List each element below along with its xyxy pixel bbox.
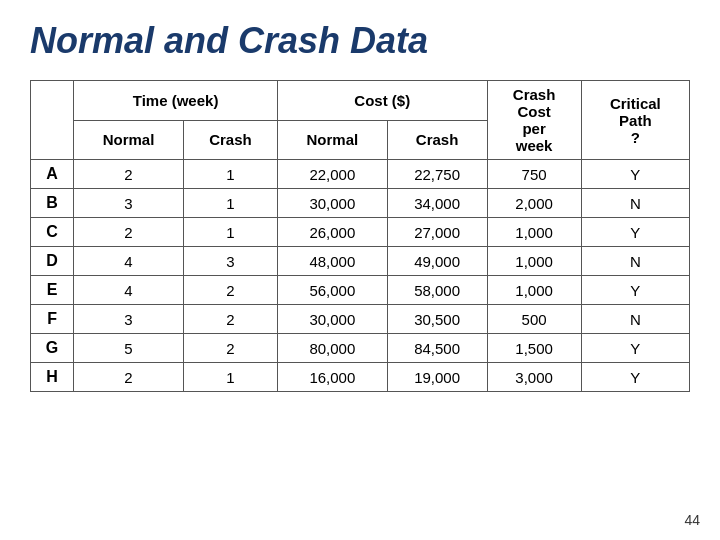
cost-normal: 56,000: [278, 276, 388, 305]
cost-crash: 58,000: [387, 276, 487, 305]
empty-header: [31, 81, 74, 160]
time-crash: 2: [183, 334, 277, 363]
page-title: Normal and Crash Data: [30, 20, 690, 62]
data-table: Time (week) Cost ($) CrashCostperweek Cr…: [30, 80, 690, 392]
crash-cost-per-week: 1,000: [487, 276, 581, 305]
row-id: E: [31, 276, 74, 305]
row-id: F: [31, 305, 74, 334]
critical-path-value: N: [581, 305, 689, 334]
critical-path-value: N: [581, 189, 689, 218]
cost-normal: 22,000: [278, 160, 388, 189]
table-row: B 3 1 30,000 34,000 2,000 N: [31, 189, 690, 218]
time-normal: 2: [74, 160, 184, 189]
page: Normal and Crash Data Time (week) Cost (…: [0, 0, 720, 540]
critical-path-value: Y: [581, 160, 689, 189]
critical-path-header: CriticalPath?: [581, 81, 689, 160]
cost-crash: 84,500: [387, 334, 487, 363]
row-id: C: [31, 218, 74, 247]
table-row: H 2 1 16,000 19,000 3,000 Y: [31, 363, 690, 392]
cost-crash: 34,000: [387, 189, 487, 218]
critical-path-value: Y: [581, 334, 689, 363]
time-normal: 2: [74, 363, 184, 392]
cost-crash: 27,000: [387, 218, 487, 247]
critical-path-value: N: [581, 247, 689, 276]
table-row: D 4 3 48,000 49,000 1,000 N: [31, 247, 690, 276]
crash-cost-per-week: 1,500: [487, 334, 581, 363]
cost-dollar-header: Cost ($): [278, 81, 488, 121]
cost-crash: 22,750: [387, 160, 487, 189]
time-normal: 4: [74, 247, 184, 276]
cost-normal: 30,000: [278, 189, 388, 218]
cost-normal: 80,000: [278, 334, 388, 363]
table-row: C 2 1 26,000 27,000 1,000 Y: [31, 218, 690, 247]
time-crash: 1: [183, 363, 277, 392]
crash-cost-per-week: 2,000: [487, 189, 581, 218]
crash-cost-per-week: 3,000: [487, 363, 581, 392]
row-id: H: [31, 363, 74, 392]
row-id: A: [31, 160, 74, 189]
page-number: 44: [684, 512, 700, 528]
time-crash: 2: [183, 276, 277, 305]
time-normal: 5: [74, 334, 184, 363]
critical-path-value: Y: [581, 363, 689, 392]
row-id: D: [31, 247, 74, 276]
cost-crash: 49,000: [387, 247, 487, 276]
time-crash: 1: [183, 160, 277, 189]
normal-cost-header: Normal: [278, 120, 388, 160]
time-week-header: Time (week): [74, 81, 278, 121]
crash-time-header: Crash: [183, 120, 277, 160]
normal-time-header: Normal: [74, 120, 184, 160]
cost-normal: 26,000: [278, 218, 388, 247]
time-normal: 2: [74, 218, 184, 247]
time-normal: 3: [74, 189, 184, 218]
time-crash: 1: [183, 189, 277, 218]
time-normal: 4: [74, 276, 184, 305]
table-row: E 4 2 56,000 58,000 1,000 Y: [31, 276, 690, 305]
cost-normal: 48,000: [278, 247, 388, 276]
table-row: A 2 1 22,000 22,750 750 Y: [31, 160, 690, 189]
cost-normal: 16,000: [278, 363, 388, 392]
crash-cost-per-week: 1,000: [487, 247, 581, 276]
row-id: B: [31, 189, 74, 218]
time-crash: 3: [183, 247, 277, 276]
time-normal: 3: [74, 305, 184, 334]
table-wrapper: Time (week) Cost ($) CrashCostperweek Cr…: [30, 80, 690, 520]
crash-cost-per-week: 1,000: [487, 218, 581, 247]
crash-cost-per-week: 500: [487, 305, 581, 334]
cost-crash: 19,000: [387, 363, 487, 392]
critical-path-value: Y: [581, 276, 689, 305]
crash-cost-per-week-header: CrashCostperweek: [487, 81, 581, 160]
cost-crash: 30,500: [387, 305, 487, 334]
table-row: F 3 2 30,000 30,500 500 N: [31, 305, 690, 334]
cost-normal: 30,000: [278, 305, 388, 334]
time-crash: 1: [183, 218, 277, 247]
table-row: G 5 2 80,000 84,500 1,500 Y: [31, 334, 690, 363]
row-id: G: [31, 334, 74, 363]
crash-cost-per-week: 750: [487, 160, 581, 189]
critical-path-value: Y: [581, 218, 689, 247]
crash-cost-header: Crash: [387, 120, 487, 160]
time-crash: 2: [183, 305, 277, 334]
